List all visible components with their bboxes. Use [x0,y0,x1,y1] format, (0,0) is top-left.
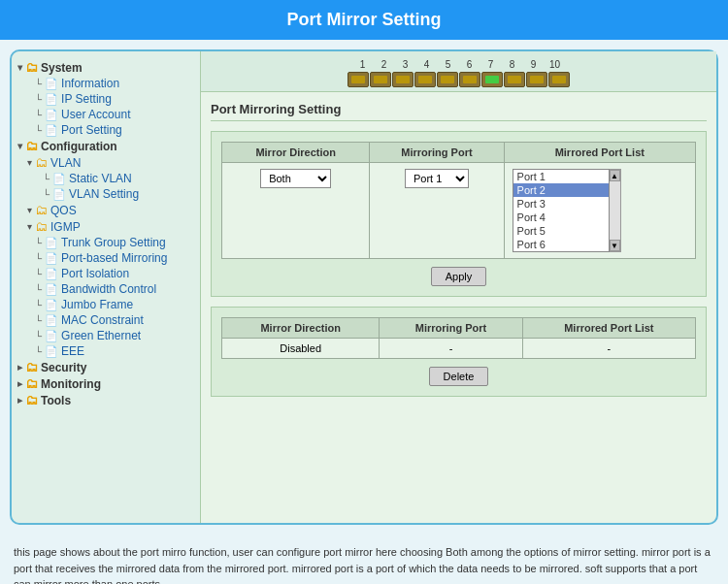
col-mirroring-port: Mirroring Port [370,143,504,163]
port-num-10: 10 [545,59,566,70]
sidebar-item-information[interactable]: └ 📄 Information [17,77,194,90]
port-num-5: 5 [438,59,459,70]
mirrored-port-item-5[interactable]: Port 5 [513,224,609,238]
expand-icon-security: ▸ [17,362,22,373]
port-num-6: 6 [459,59,480,70]
sidebar-item-security[interactable]: ▸ 🗂 Security [17,360,194,374]
expand-icon-tools: ▸ [17,395,22,406]
sidebar-label-ip-setting: IP Setting [61,92,112,106]
sidebar-item-system[interactable]: ▾ 🗂 System [17,60,194,75]
sidebar-item-tools[interactable]: ▸ 🗂 Tools [17,393,194,407]
scroll-up-button[interactable]: ▲ [610,170,620,181]
delete-button[interactable]: Delete [429,367,489,386]
folder-icon-tools: 🗂 [25,393,38,407]
port-diagram: 1 2 3 4 5 6 7 8 9 10 [201,51,716,92]
sidebar-item-port-setting[interactable]: └ 📄 Port Setting [17,123,194,137]
sidebar: ▾ 🗂 System └ 📄 Information └ 📄 IP Settin… [12,51,201,523]
folder-icon: 🗂 [25,60,38,75]
sidebar-item-vlan[interactable]: ▾ 🗂 VLAN [17,155,194,170]
mirroring-port-select[interactable]: Port 1 Port 2 Port 3 Port 4 Port 5 Port … [405,169,469,188]
port-7-active[interactable] [481,72,503,87]
page-icon-vlan-setting: 📄 [52,188,66,201]
sidebar-label-configuration: Configuration [41,140,117,153]
settings-panel: Port Mirroring Setting Mirror Direction … [201,92,716,406]
sidebar-item-trunk-group[interactable]: └ 📄 Trunk Group Setting [17,236,194,249]
port-2[interactable] [370,72,391,87]
mirror-direction-select[interactable]: Disabled Ingress Egress Both [260,169,331,188]
port-1[interactable] [347,72,369,87]
port-8[interactable] [504,72,525,87]
entries-col-mirroring: Mirroring Port [380,318,522,339]
mirror-table: Mirror Direction Mirroring Port Mirrored… [221,142,696,259]
mirror-direction-cell: Disabled Ingress Egress Both [222,163,370,259]
scroll-down-button[interactable]: ▼ [610,240,620,251]
port-5[interactable] [437,72,458,87]
sidebar-label-monitoring: Monitoring [41,377,101,391]
sidebar-label-user-account: User Account [61,108,130,121]
sidebar-label-tools: Tools [41,394,71,407]
port-num-2: 2 [374,59,395,70]
sidebar-item-qos[interactable]: ▾ 🗂 QOS [17,203,194,217]
sidebar-item-green-ethernet[interactable]: └ 📄 Green Ethernet [17,329,194,342]
port-3[interactable] [392,72,414,87]
page-icon-port-mirroring: 📄 [45,252,58,265]
page-icon-green-ethernet: 📄 [45,330,58,342]
sidebar-item-mac-constraint[interactable]: └ 📄 MAC Constraint [17,313,194,327]
port-num-1: 1 [352,59,374,70]
sidebar-item-ip-setting[interactable]: └ 📄 IP Setting [17,92,194,106]
folder-icon-vlan: 🗂 [35,155,48,170]
page-icon-jumbo-frame: 📄 [45,299,58,311]
port-4[interactable] [414,72,436,87]
mirrored-port-item-2[interactable]: Port 2 [513,183,609,197]
sidebar-item-vlan-setting[interactable]: └ 📄 VLAN Setting [17,187,194,201]
folder-icon-security: 🗂 [25,360,38,374]
expand-icon-config: ▾ [17,141,22,151]
sidebar-label-static-vlan: Static VLAN [69,172,132,185]
sidebar-label-system: System [41,61,83,75]
mirrored-port-item-3[interactable]: Port 3 [513,197,609,211]
sidebar-item-port-mirroring[interactable]: └ 📄 Port-based Mirroring [17,251,194,265]
sidebar-label-port-isolation: Port Isolation [61,267,129,280]
sidebar-label-mac-constraint: MAC Constraint [61,313,144,327]
sidebar-item-jumbo-frame[interactable]: └ 📄 Jumbo Frame [17,298,194,311]
sidebar-item-port-isolation[interactable]: └ 📄 Port Isolation [17,267,194,280]
sidebar-label-information: Information [61,77,119,90]
page-icon-user-account: 📄 [45,109,58,121]
mirrored-port-item-6[interactable]: Port 6 [513,238,609,251]
sidebar-label-jumbo-frame: Jumbo Frame [61,298,133,311]
col-mirror-direction: Mirror Direction [222,143,370,163]
sidebar-label-port-mirroring: Port-based Mirroring [61,251,167,265]
sidebar-label-eee: EEE [61,344,84,358]
port-num-3: 3 [395,59,416,70]
port-10[interactable] [548,72,570,87]
sidebar-item-static-vlan[interactable]: └ 📄 Static VLAN [17,172,194,185]
folder-icon-monitoring: 🗂 [25,376,38,391]
page-icon-trunk-group: 📄 [45,237,58,249]
page-icon-port-isolation: 📄 [45,268,58,280]
settings-title: Port Mirroring Setting [211,102,707,121]
sidebar-item-bandwidth-control[interactable]: └ 📄 Bandwidth Control [17,282,194,296]
sidebar-item-igmp[interactable]: ▾ 🗂 IGMP [17,219,194,234]
entries-table: Mirror Direction Mirroring Port Mirrored… [221,317,696,359]
sidebar-item-configuration[interactable]: ▾ 🗂 Configuration [17,139,194,153]
sidebar-label-vlan: VLAN [50,156,81,170]
sidebar-item-monitoring[interactable]: ▸ 🗂 Monitoring [17,376,194,391]
port-num-9: 9 [523,59,545,70]
page-icon-port-setting: 📄 [45,124,58,137]
sidebar-label-qos: QOS [50,204,77,217]
sidebar-label-green-ethernet: Green Ethernet [61,329,141,342]
sidebar-label-vlan-setting: VLAN Setting [69,187,139,201]
mirrored-port-item-4[interactable]: Port 4 [513,211,609,224]
port-numbers: 1 2 3 4 5 6 7 8 9 10 [352,59,566,70]
apply-button[interactable]: Apply [431,267,487,286]
mirrored-port-item-1[interactable]: Port 1 [513,170,609,183]
expand-icon-monitoring: ▸ [17,378,22,389]
list-wrapper: Port 1 Port 2 Port 3 Port 4 Port 5 Port … [513,169,687,252]
port-9[interactable] [526,72,547,87]
page-icon-eee: 📄 [45,345,58,358]
port-6[interactable] [459,72,480,87]
sidebar-item-user-account[interactable]: └ 📄 User Account [17,108,194,121]
sidebar-item-eee[interactable]: └ 📄 EEE [17,344,194,358]
port-num-4: 4 [416,59,438,70]
mirrored-port-list-cell: Port 1 Port 2 Port 3 Port 4 Port 5 Port … [504,163,695,259]
